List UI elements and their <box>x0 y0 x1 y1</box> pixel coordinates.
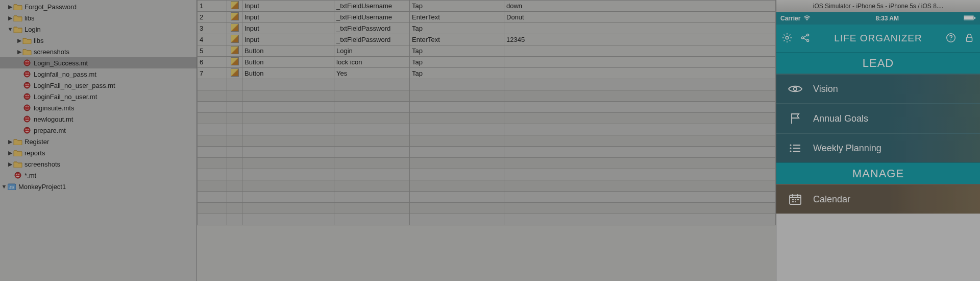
table-row-empty <box>198 203 776 214</box>
tree-item[interactable]: ▶Register <box>0 136 197 147</box>
project-tree[interactable]: ▶Forgot_Password▶libs▼Login▶libs▶screens… <box>0 0 197 281</box>
step-number: 3 <box>198 23 227 34</box>
tree-item[interactable]: ▶Forgot_Password <box>0 1 197 12</box>
step-element: Login <box>334 45 410 57</box>
step-value: down <box>504 1 776 12</box>
svg-point-35 <box>950 39 951 40</box>
menu-item[interactable]: Weekly Planning <box>776 133 980 162</box>
step-value <box>504 68 776 79</box>
chevron-right-icon[interactable]: ▶ <box>7 161 13 168</box>
step-number: 6 <box>198 57 227 68</box>
wifi-icon <box>803 15 811 22</box>
svg-point-17 <box>28 118 29 119</box>
edit-cell[interactable] <box>227 34 242 45</box>
edit-icon <box>231 1 239 9</box>
tree-item[interactable]: LoginFail_no_user.mt <box>0 91 197 102</box>
tree-item[interactable]: Login_Success.mt <box>0 57 197 68</box>
svg-point-30 <box>786 36 789 39</box>
chevron-right-icon[interactable]: ▶ <box>7 138 13 145</box>
step-action: Tap <box>410 57 504 68</box>
menu-item[interactable]: Annual Goals <box>776 103 980 133</box>
chevron-right-icon[interactable]: ▶ <box>16 49 22 55</box>
tree-item-label: prepare.mt <box>34 127 66 134</box>
steps-table[interactable]: 1Input_txtFieldUsernameTapdown2Input_txt… <box>197 0 776 225</box>
step-element: _txtFieldUsername <box>334 12 410 23</box>
svg-rect-29 <box>974 17 975 19</box>
step-type: Input <box>242 1 334 12</box>
svg-point-18 <box>24 127 30 133</box>
table-row[interactable]: 2Input_txtFieldUsernameEnterTextDonut <box>198 12 776 23</box>
chevron-right-icon[interactable]: ▶ <box>7 150 13 156</box>
table-row[interactable]: 7ButtonYesTap <box>198 68 776 79</box>
step-type: Button <box>242 68 334 79</box>
svg-point-38 <box>790 144 791 146</box>
table-row[interactable]: 3Input_txtFieldPasswordTap <box>198 23 776 34</box>
step-action: Tap <box>410 68 504 79</box>
tree-item[interactable]: ▶reports <box>0 147 197 158</box>
tree-item[interactable]: prepare.mt <box>0 125 197 136</box>
edit-cell[interactable] <box>227 1 242 12</box>
svg-point-19 <box>26 129 27 130</box>
svg-point-40 <box>790 150 791 152</box>
tree-item[interactable]: LoginFail_no_user_pass.mt <box>0 80 197 91</box>
svg-point-12 <box>24 105 30 111</box>
share-icon[interactable] <box>800 32 811 45</box>
edit-icon <box>231 68 239 77</box>
menu-item-label: Weekly Planning <box>813 143 881 154</box>
tree-item[interactable]: loginsuite.mts <box>0 102 197 113</box>
table-row[interactable]: 5ButtonLoginTap <box>198 45 776 57</box>
edit-cell[interactable] <box>227 23 242 34</box>
simulator-title-text: iOS Simulator - iPhone 5s - iPhone 5s / … <box>813 3 943 10</box>
svg-point-6 <box>24 82 30 88</box>
mt-file-icon <box>22 70 32 78</box>
edit-cell[interactable] <box>227 68 242 79</box>
svg-point-4 <box>26 73 27 74</box>
step-action: Tap <box>410 45 504 57</box>
svg-point-22 <box>16 174 17 175</box>
simulator-status-bar: Carrier 8:33 AM <box>776 12 980 25</box>
tree-item[interactable]: ▼Login <box>0 24 197 35</box>
table-row-empty <box>198 135 776 147</box>
carrier-label: Carrier <box>780 15 800 22</box>
menu-item[interactable]: Calendar <box>776 184 980 214</box>
table-row[interactable]: 6Buttonlock iconTap <box>198 57 776 68</box>
svg-point-5 <box>28 73 29 74</box>
tree-item[interactable]: ▶libs <box>0 35 197 46</box>
project-label: MonkeyProject1 <box>18 183 66 191</box>
flag-icon <box>788 112 803 125</box>
tree-item-label: Forgot_Password <box>24 3 77 11</box>
gear-icon[interactable] <box>781 32 793 45</box>
tree-item[interactable]: ▶screenshots <box>0 158 197 170</box>
mt-file-icon <box>22 115 32 123</box>
project-root-row[interactable]: ▼ JS MonkeyProject1 <box>0 181 197 192</box>
lock-icon[interactable] <box>964 32 975 45</box>
tree-item[interactable]: ▶libs <box>0 12 197 24</box>
svg-rect-36 <box>966 37 972 41</box>
table-row[interactable]: 4Input_txtFieldPasswordEnterText12345 <box>198 34 776 45</box>
tree-item-label: Login <box>24 26 41 33</box>
chevron-down-icon[interactable]: ▼ <box>7 26 13 32</box>
edit-icon <box>231 12 239 20</box>
chevron-right-icon[interactable]: ▶ <box>16 37 22 44</box>
tree-item[interactable]: ▶screenshots <box>0 46 197 57</box>
tree-item[interactable]: newlogout.mt <box>0 113 197 125</box>
tree-item[interactable]: *.mt <box>0 170 197 181</box>
tree-item-label: reports <box>24 149 45 157</box>
folder-icon <box>13 160 22 168</box>
menu-item[interactable]: Vision <box>776 74 980 103</box>
chevron-right-icon[interactable]: ▶ <box>7 4 13 10</box>
svg-point-31 <box>801 36 803 38</box>
chevron-down-icon: ▼ <box>1 183 7 190</box>
edit-cell[interactable] <box>227 45 242 57</box>
help-icon[interactable] <box>945 32 957 45</box>
svg-point-21 <box>15 172 21 178</box>
tree-item[interactable]: Loginfail_no_pass.mt <box>0 68 197 80</box>
folder-icon <box>13 149 22 157</box>
tree-item-label: loginsuite.mts <box>34 104 74 112</box>
mt-file-icon <box>22 126 32 134</box>
edit-cell[interactable] <box>227 57 242 68</box>
edit-cell[interactable] <box>227 12 242 23</box>
svg-point-7 <box>26 84 27 85</box>
chevron-right-icon[interactable]: ▶ <box>7 15 13 21</box>
table-row[interactable]: 1Input_txtFieldUsernameTapdown <box>198 1 776 12</box>
